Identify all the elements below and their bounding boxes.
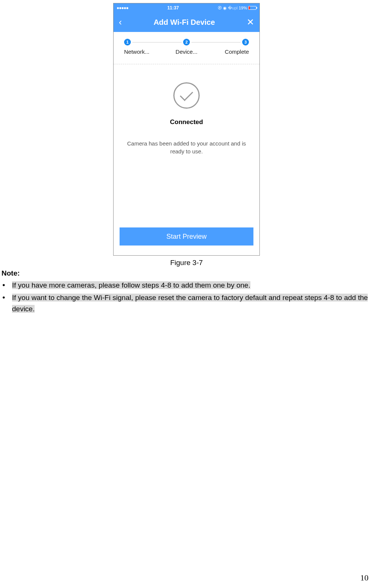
figure-caption: Figure 3-7 [0,259,373,267]
close-icon[interactable]: ✕ [247,17,254,27]
nav-bar: ‹ Add Wi-Fi Device ✕ [114,12,259,32]
step-3-label: Complete [219,48,249,55]
step-line [132,42,182,42]
status-message: Camera has been added to your account an… [121,139,252,155]
signal-dots: ●●●●● [117,5,128,11]
step-2-label: Device... [171,48,202,55]
start-preview-button[interactable]: Start Preview [120,227,253,246]
step-1-label: Network... [124,48,154,55]
phone-screenshot: ●●●●● 11:37 ⦿ ◉ �upl 19% [113,3,260,256]
content-area: Connected Camera has been added to your … [114,64,259,222]
status-text: Connected [121,118,252,126]
page-number: 10 [360,573,368,583]
back-icon[interactable]: ‹ [119,17,122,27]
note-section: Note: If you have more cameras, please f… [0,269,373,314]
success-check-icon [173,82,200,109]
nav-title: Add Wi-Fi Device [153,18,215,27]
battery-percent: 19% [239,6,247,10]
bluetooth-icon: �upl [228,6,238,11]
note-item: If you have more cameras, please follow … [12,280,371,291]
progress-steps: 1 2 3 Network... Device... Complete [114,32,259,59]
step-2-dot: 2 [183,39,190,45]
lock-icon: ⦿ [218,6,222,10]
step-1-dot: 1 [124,39,131,45]
status-time: 11:37 [167,5,179,11]
battery-icon [248,6,256,10]
note-heading: Note: [2,269,371,277]
status-bar: ●●●●● 11:37 ⦿ ◉ �upl 19% [114,3,259,12]
alarm-icon: ◉ [223,6,227,11]
step-3-dot: 3 [242,39,249,45]
step-line [191,42,241,42]
note-item: If you want to change the Wi-Fi signal, … [12,292,371,314]
